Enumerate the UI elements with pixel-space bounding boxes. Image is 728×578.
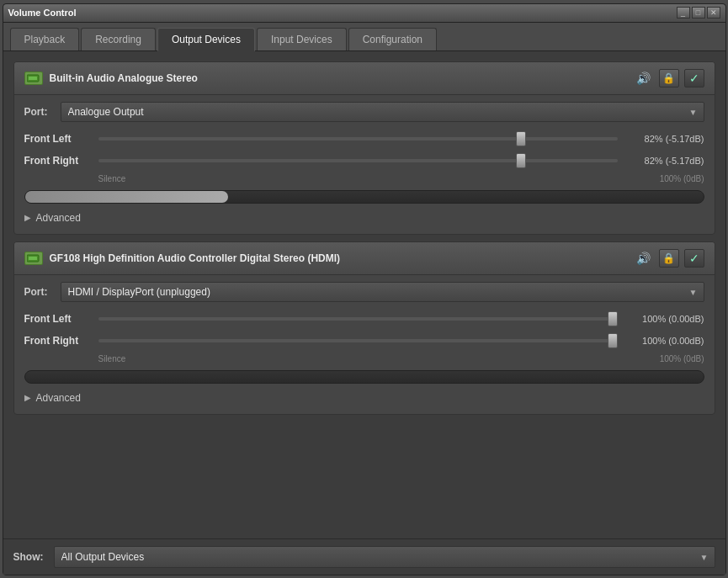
titlebar-buttons: _ □ ✕ — [677, 7, 720, 19]
port-select-wrapper-2: HDMI / DisplayPort (unplugged) — [61, 282, 704, 302]
port-row-2: Port: HDMI / DisplayPort (unplugged) — [24, 282, 704, 302]
front-right-slider-1[interactable] — [98, 159, 618, 162]
slider-value-2-left: 100% (0.00dB) — [624, 314, 704, 324]
port-label-1: Port: — [24, 106, 54, 118]
show-select-wrapper: All Output Devices Hardware Output Devic… — [54, 546, 715, 568]
channel-row-1-right: Front Right 82% (-5.17dB) — [24, 152, 704, 169]
scale-min-1: Silence — [98, 174, 126, 183]
slider-value-2-right: 100% (0.00dB) — [624, 336, 704, 346]
tab-recording[interactable]: Recording — [81, 28, 156, 50]
port-label-2: Port: — [24, 286, 54, 298]
tab-configuration[interactable]: Configuration — [348, 28, 437, 50]
channel-row-2-right: Front Right 100% (0.00dB) — [24, 332, 704, 349]
check-icon-1: ✓ — [689, 72, 699, 85]
channel-label-2-right: Front Right — [24, 335, 92, 347]
volume-control-window: Volume Control _ □ ✕ Playback Recording … — [3, 3, 726, 575]
port-select-2[interactable]: HDMI / DisplayPort (unplugged) — [61, 282, 704, 302]
maximize-button[interactable]: □ — [692, 7, 705, 19]
port-select-wrapper-1: Analogue Output — [61, 102, 704, 122]
channel-row-2-left: Front Left 100% (0.00dB) — [24, 310, 704, 327]
front-right-slider-2[interactable] — [98, 339, 618, 342]
check-icon-2: ✓ — [689, 252, 699, 265]
device-name-2: GF108 High Definition Audio Controller D… — [50, 252, 341, 264]
device-icon-2 — [24, 252, 43, 265]
main-content: Built-in Audio Analogue Stereo 🔊 🔒 ✓ Por… — [3, 51, 725, 538]
slider-container-1-left — [98, 130, 618, 147]
window-title: Volume Control — [8, 8, 77, 18]
lock-button-1[interactable]: 🔒 — [659, 69, 679, 87]
tabs-bar: Playback Recording Output Devices Input … — [3, 23, 725, 51]
svg-rect-1 — [29, 77, 37, 80]
master-track-1 — [24, 190, 704, 204]
advanced-label-1: Advanced — [36, 212, 81, 224]
device-header-right-1: 🔊 🔒 ✓ — [636, 69, 704, 87]
device-header-2: GF108 High Definition Audio Controller D… — [14, 242, 715, 275]
device-icon-1 — [24, 72, 43, 85]
scale-row-2: Silence 100% (0dB) — [24, 354, 704, 367]
channel-label-2-left: Front Left — [24, 313, 92, 325]
minimize-button[interactable]: _ — [677, 7, 690, 19]
slider-value-1-left: 82% (-5.17dB) — [624, 134, 704, 144]
lock-icon-2: 🔒 — [662, 252, 675, 264]
front-left-slider-2[interactable] — [98, 317, 618, 321]
bottom-bar: Show: All Output Devices Hardware Output… — [3, 538, 725, 575]
slider-container-1-right — [98, 152, 618, 169]
device-header-1: Built-in Audio Analogue Stereo 🔊 🔒 ✓ — [14, 62, 715, 95]
port-row-1: Port: Analogue Output — [24, 102, 704, 122]
svg-rect-3 — [29, 257, 37, 260]
tab-playback[interactable]: Playback — [10, 28, 80, 50]
slider-container-2-left — [98, 310, 618, 327]
lock-icon-1: 🔒 — [662, 72, 675, 84]
scale-max-1: 100% (0dB) — [660, 174, 704, 183]
device-name-1: Built-in Audio Analogue Stereo — [50, 72, 198, 84]
slider-container-2-right — [98, 332, 618, 349]
tab-output-devices[interactable]: Output Devices — [157, 28, 255, 51]
master-slider-row-1 — [24, 190, 704, 204]
device-header-right-2: 🔊 🔒 ✓ — [636, 249, 704, 268]
device-header-left-1: Built-in Audio Analogue Stereo — [24, 72, 198, 85]
master-slider-row-2 — [24, 370, 704, 384]
titlebar: Volume Control _ □ ✕ — [3, 4, 725, 23]
advanced-label-2: Advanced — [36, 392, 81, 404]
device-card-2: GF108 High Definition Audio Controller D… — [13, 241, 715, 415]
scale-row-1: Silence 100% (0dB) — [24, 174, 704, 187]
lock-button-2[interactable]: 🔒 — [659, 249, 679, 268]
device-body-1: Port: Analogue Output Front Left 82% (-5… — [14, 95, 715, 234]
device-header-left-2: GF108 High Definition Audio Controller D… — [24, 252, 341, 265]
port-select-1[interactable]: Analogue Output — [61, 102, 704, 122]
check-button-2[interactable]: ✓ — [684, 249, 704, 268]
master-fill-1 — [25, 191, 229, 203]
slider-value-1-right: 82% (-5.17dB) — [624, 156, 704, 166]
tab-input-devices[interactable]: Input Devices — [257, 28, 347, 50]
master-track-2 — [24, 370, 704, 384]
channel-label-1-right: Front Right — [24, 155, 92, 167]
channel-row-1-left: Front Left 82% (-5.17dB) — [24, 130, 704, 147]
advanced-row-2[interactable]: ▶ Advanced — [24, 387, 704, 407]
scale-max-2: 100% (0dB) — [660, 354, 704, 363]
show-select[interactable]: All Output Devices Hardware Output Devic… — [54, 546, 715, 568]
advanced-arrow-2: ▶ — [24, 393, 31, 402]
advanced-row-1[interactable]: ▶ Advanced — [24, 207, 704, 227]
device-body-2: Port: HDMI / DisplayPort (unplugged) Fro… — [14, 275, 715, 414]
speaker-icon-2: 🔊 — [636, 252, 651, 265]
show-label: Show: — [13, 551, 44, 563]
front-left-slider-1[interactable] — [98, 137, 618, 141]
device-card-1: Built-in Audio Analogue Stereo 🔊 🔒 ✓ Por… — [13, 61, 715, 235]
close-button[interactable]: ✕ — [707, 7, 720, 19]
channel-label-1-left: Front Left — [24, 133, 92, 145]
speaker-icon-1: 🔊 — [636, 72, 651, 85]
check-button-1[interactable]: ✓ — [684, 69, 704, 87]
scale-min-2: Silence — [98, 354, 126, 363]
advanced-arrow-1: ▶ — [24, 213, 31, 222]
